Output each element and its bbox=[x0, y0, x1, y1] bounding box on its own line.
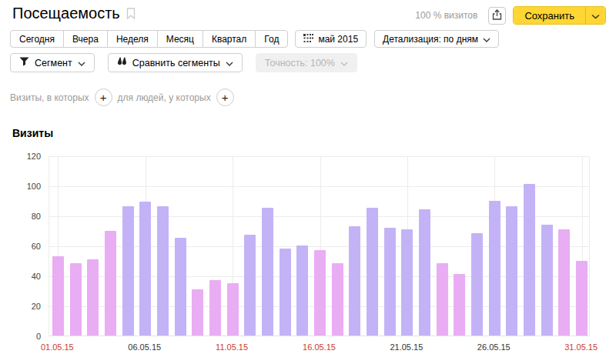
add-people-condition-button[interactable]: + bbox=[216, 88, 234, 106]
chevron-down-icon bbox=[483, 34, 490, 45]
binoculars-icon bbox=[117, 57, 127, 68]
bar-09.05.15[interactable] bbox=[192, 289, 203, 336]
bar-03.05.15[interactable] bbox=[87, 259, 99, 336]
add-visit-condition-button[interactable]: + bbox=[95, 88, 112, 106]
bar-15.05.15[interactable] bbox=[296, 245, 308, 336]
period-tabs: Сегодня Вчера Неделя Месяц Квартал Год bbox=[10, 30, 288, 48]
attendance-report-page: Посещаемость 100 % визитов Сохранить bbox=[0, 0, 616, 364]
bar-25.05.15[interactable] bbox=[471, 233, 483, 336]
tab-yesterday[interactable]: Вчера bbox=[63, 30, 108, 48]
gridline-horizontal bbox=[49, 186, 589, 187]
x-axis-label: 26.05.15 bbox=[477, 342, 511, 352]
tab-month[interactable]: Месяц bbox=[157, 30, 203, 48]
export-button[interactable] bbox=[488, 7, 506, 25]
accuracy-dropdown[interactable]: Точность: 100% bbox=[256, 53, 357, 72]
bar-21.05.15[interactable] bbox=[401, 229, 413, 336]
bar-14.05.15[interactable] bbox=[280, 249, 291, 336]
bar-07.05.15[interactable] bbox=[157, 206, 169, 336]
period-toolbar: Сегодня Вчера Неделя Месяц Квартал Год м… bbox=[10, 30, 616, 48]
tab-year[interactable]: Год bbox=[255, 30, 288, 48]
bar-23.05.15[interactable] bbox=[437, 263, 448, 336]
compare-segments-dropdown[interactable]: Сравнить сегменты bbox=[108, 53, 243, 72]
bar-28.05.15[interactable] bbox=[524, 184, 535, 336]
page-title: Посещаемость bbox=[12, 5, 120, 22]
share-icon bbox=[492, 9, 502, 22]
segment-toolbar: Сегмент Сравнить сегменты Точность: 100% bbox=[10, 53, 616, 72]
bar-19.05.15[interactable] bbox=[367, 208, 378, 336]
chevron-down-icon bbox=[226, 58, 233, 68]
x-axis-label: 11.05.15 bbox=[216, 342, 248, 352]
chevron-down-icon bbox=[78, 58, 85, 68]
y-axis-label: 20 bbox=[0, 302, 41, 311]
visits-share-label: 100 % визитов bbox=[415, 10, 477, 21]
accuracy-label: Точность: 100% bbox=[265, 58, 335, 68]
header: Посещаемость 100 % визитов Сохранить bbox=[0, 0, 616, 25]
bar-18.05.15[interactable] bbox=[349, 226, 360, 336]
gridline-horizontal bbox=[49, 156, 589, 157]
people-condition-label: для людей, у которых bbox=[118, 92, 211, 103]
x-axis-label: 31.05.15 bbox=[564, 342, 598, 352]
bar-22.05.15[interactable] bbox=[419, 209, 430, 336]
tab-week[interactable]: Неделя bbox=[107, 30, 158, 48]
bar-30.05.15[interactable] bbox=[558, 229, 570, 336]
bar-04.05.15[interactable] bbox=[105, 231, 116, 336]
chart-title: Визиты bbox=[12, 127, 616, 139]
bookmark-icon[interactable] bbox=[126, 8, 136, 22]
bar-20.05.15[interactable] bbox=[384, 228, 396, 336]
bar-11.05.15[interactable] bbox=[227, 283, 239, 336]
x-axis-label: 16.05.15 bbox=[303, 342, 336, 352]
bar-06.05.15[interactable] bbox=[139, 202, 151, 336]
period-picker-label: май 2015 bbox=[318, 34, 358, 45]
bar-12.05.15[interactable] bbox=[244, 235, 256, 336]
filter-icon bbox=[19, 57, 29, 68]
bar-26.05.15[interactable] bbox=[489, 201, 500, 336]
detalization-dropdown[interactable]: Детализация: по дням bbox=[374, 30, 499, 48]
compare-segments-label: Сравнить сегменты bbox=[132, 58, 220, 68]
bar-10.05.15[interactable] bbox=[209, 280, 221, 336]
x-axis-label: 21.05.15 bbox=[390, 342, 423, 352]
period-picker-button[interactable]: май 2015 bbox=[295, 30, 367, 48]
bar-29.05.15[interactable] bbox=[541, 225, 553, 336]
bar-01.05.15[interactable] bbox=[52, 256, 64, 336]
bar-17.05.15[interactable] bbox=[332, 263, 343, 336]
y-axis-label: 80 bbox=[0, 212, 41, 221]
save-button[interactable]: Сохранить bbox=[514, 7, 585, 24]
visits-condition-label: Визиты, в которых bbox=[10, 92, 89, 103]
bar-27.05.15[interactable] bbox=[506, 206, 517, 336]
bar-02.05.15[interactable] bbox=[70, 263, 82, 336]
bar-31.05.15[interactable] bbox=[576, 261, 588, 336]
save-options-button[interactable] bbox=[585, 7, 605, 24]
chevron-down-icon bbox=[591, 10, 600, 22]
y-axis-label: 60 bbox=[0, 242, 41, 251]
y-axis-label: 0 bbox=[0, 332, 41, 341]
x-axis-label: 01.05.15 bbox=[41, 342, 74, 352]
x-axis-label: 06.05.15 bbox=[128, 342, 161, 352]
plot-area bbox=[49, 156, 590, 336]
bar-08.05.15[interactable] bbox=[175, 238, 186, 336]
bar-16.05.15[interactable] bbox=[314, 250, 326, 336]
chevron-down-icon bbox=[340, 58, 348, 68]
save-split-button: Сохранить bbox=[513, 6, 606, 25]
calendar-icon bbox=[303, 34, 313, 45]
y-axis-label: 40 bbox=[0, 272, 41, 281]
detalization-label: Детализация: по дням bbox=[383, 34, 478, 45]
tab-quarter[interactable]: Квартал bbox=[203, 30, 256, 48]
tab-today[interactable]: Сегодня bbox=[10, 30, 64, 48]
y-axis-label: 100 bbox=[0, 182, 41, 191]
bar-24.05.15[interactable] bbox=[454, 274, 465, 336]
visits-chart: 020406080100120 01.05.1506.05.1511.05.15… bbox=[0, 150, 616, 359]
segment-dropdown[interactable]: Сегмент bbox=[10, 53, 95, 72]
bar-05.05.15[interactable] bbox=[122, 206, 134, 336]
y-axis-label: 120 bbox=[0, 152, 41, 161]
bar-13.05.15[interactable] bbox=[262, 208, 273, 336]
filter-builder: Визиты, в которых + для людей, у которых… bbox=[10, 88, 616, 106]
segment-label: Сегмент bbox=[35, 58, 72, 68]
